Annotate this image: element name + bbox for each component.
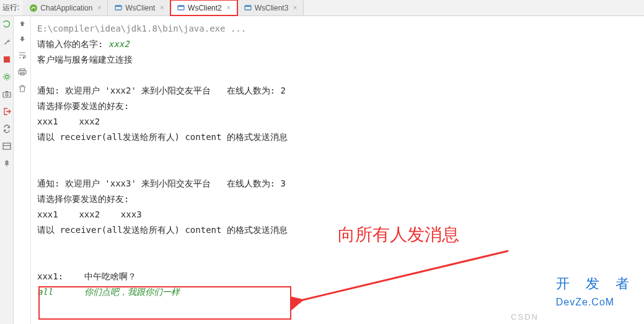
svg-point-8: [5, 76, 8, 79]
layout-icon[interactable]: [2, 141, 12, 151]
notice2-user: 'xxx3': [105, 178, 136, 188]
notice1-user: 'xxx2': [105, 85, 136, 95]
left-gutter: [0, 16, 14, 324]
tab-label: ChatApplication: [40, 4, 92, 12]
spring-icon: [29, 4, 38, 12]
select-friend-2: 请选择你要发送的好友:: [37, 194, 129, 204]
app-icon: [177, 4, 185, 12]
tab-label: WsClient: [125, 4, 155, 12]
close-icon[interactable]: ×: [160, 4, 164, 11]
main-area: E:\compiler\idea\jdk1.8\bin\java.exe ...…: [0, 16, 644, 324]
svg-rect-2: [115, 6, 121, 7]
input-content: 你们点吧，我跟你们一样: [84, 287, 180, 297]
exec-path: E:\compiler\idea\jdk1.8\bin\java.exe ...: [37, 24, 246, 33]
svg-point-0: [30, 4, 37, 12]
svg-rect-9: [3, 92, 11, 97]
run-label: 运行:: [2, 2, 19, 13]
svg-rect-11: [6, 91, 8, 92]
wrench-icon[interactable]: [2, 37, 12, 47]
wrap-icon[interactable]: [18, 51, 27, 61]
tab-wsclient3[interactable]: WsClient3 ×: [237, 0, 304, 15]
pin-icon[interactable]: [2, 159, 12, 169]
tab-wsclient2[interactable]: WsClient2 ×: [170, 0, 237, 15]
svg-rect-7: [4, 56, 10, 63]
tab-wsclient[interactable]: WsClient ×: [108, 0, 170, 15]
svg-rect-4: [178, 6, 184, 7]
prompt-name-label: 请输入你的名字:: [37, 39, 108, 49]
svg-rect-6: [245, 6, 251, 7]
console-output[interactable]: E:\compiler\idea\jdk1.8\bin\java.exe ...…: [31, 16, 644, 324]
run-tabs: ChatApplication × WsClient × WsClient2 ×…: [23, 0, 304, 15]
format-msg-2: 请以 receiver(all发送给所有人) content 的格式发送消息: [37, 225, 288, 235]
notice2-prefix: 通知: 欢迎用户: [37, 178, 105, 188]
print-icon[interactable]: [18, 68, 27, 78]
close-icon[interactable]: ×: [97, 4, 101, 11]
tab-label: WsClient3: [255, 4, 289, 12]
trash-icon[interactable]: [18, 84, 27, 95]
down-icon[interactable]: [19, 35, 26, 45]
notice1-suffix: 来到小阳交友平台 在线人数为: 2: [136, 85, 286, 95]
svg-point-10: [6, 94, 8, 96]
notice1-prefix: 通知: 欢迎用户: [37, 85, 105, 95]
close-icon[interactable]: ×: [293, 4, 297, 11]
run-toolbar: 运行: ChatApplication × WsClient × WsClien…: [0, 0, 644, 16]
app-icon: [114, 4, 123, 12]
camera-icon[interactable]: [2, 89, 12, 99]
format-msg-1: 请以 receiver(all发送给所有人) content 的格式发送消息: [37, 132, 288, 142]
rerun-icon[interactable]: [2, 20, 12, 30]
up-icon[interactable]: [19, 20, 26, 29]
app-icon: [244, 4, 252, 12]
connect-msg: 客户端与服务端建立连接: [37, 55, 133, 64]
notice2-suffix: 来到小阳交友平台 在线人数为: 3: [136, 178, 286, 188]
input-receiver: all: [37, 287, 53, 297]
inner-gutter: [14, 16, 31, 324]
stop-icon[interactable]: [2, 55, 12, 64]
friends-list-2: xxx1 xxx2 xxx3: [37, 209, 142, 219]
cog-icon[interactable]: [2, 72, 12, 82]
tab-chatapplication[interactable]: ChatApplication ×: [23, 0, 108, 15]
svg-rect-12: [3, 143, 11, 149]
tab-label: WsClient2: [188, 4, 222, 12]
exit-icon[interactable]: [2, 107, 12, 116]
select-friend: 请选择你要发送的好友:: [37, 101, 129, 111]
friends-list-1: xxx1 xxx2: [37, 116, 100, 126]
close-icon[interactable]: ×: [227, 4, 231, 11]
cycle-icon[interactable]: [2, 124, 12, 134]
incoming-msg: xxx1: 中午吃啥啊？: [37, 271, 136, 281]
entered-name: xxx2: [108, 39, 130, 49]
